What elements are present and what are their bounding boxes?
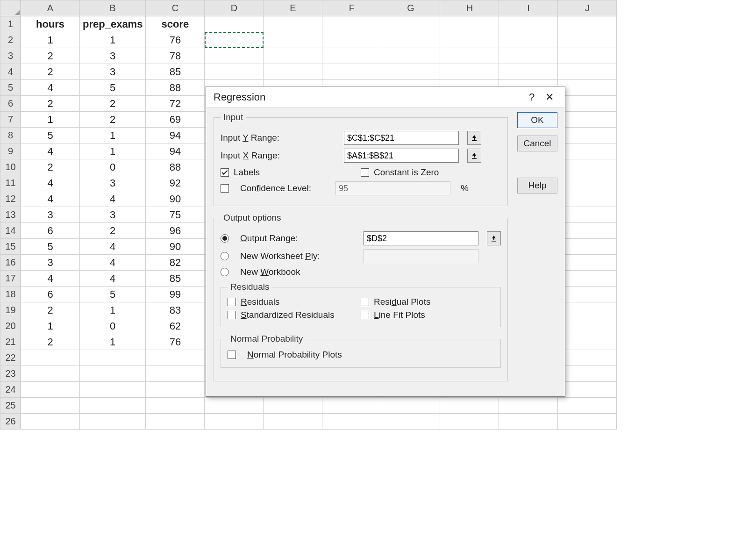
cell-J17[interactable] (558, 271, 617, 287)
column-header-A[interactable]: A (21, 0, 80, 16)
cell-C6[interactable]: 72 (146, 96, 205, 112)
cell-J20[interactable] (558, 318, 617, 334)
cell-J5[interactable] (558, 80, 617, 96)
cell-B18[interactable]: 5 (80, 287, 146, 302)
cell-H26[interactable] (440, 414, 499, 430)
collapse-range-icon[interactable] (487, 231, 501, 245)
standardized-residuals-checkbox[interactable] (228, 311, 236, 319)
cell-C25[interactable] (146, 398, 205, 414)
cell-I1[interactable] (499, 16, 558, 32)
collapse-range-icon[interactable] (467, 149, 481, 163)
labels-checkbox[interactable] (221, 168, 229, 177)
cell-I4[interactable] (499, 64, 558, 80)
cell-I3[interactable] (499, 48, 558, 64)
row-header-25[interactable]: 25 (0, 398, 21, 414)
row-header-23[interactable]: 23 (0, 366, 21, 382)
cell-B7[interactable]: 2 (80, 112, 146, 128)
cell-A25[interactable] (21, 398, 80, 414)
cell-E4[interactable] (264, 64, 322, 80)
cell-F26[interactable] (322, 414, 381, 430)
cell-C5[interactable]: 88 (146, 80, 205, 96)
cell-J19[interactable] (558, 302, 617, 318)
normal-probability-plots-checkbox[interactable] (228, 351, 236, 359)
cell-I2[interactable] (499, 32, 558, 48)
column-header-G[interactable]: G (381, 0, 440, 16)
cell-J1[interactable] (558, 16, 617, 32)
cell-J18[interactable] (558, 287, 617, 302)
cell-H25[interactable] (440, 398, 499, 414)
help-button[interactable]: Help (517, 178, 557, 194)
cell-J22[interactable] (558, 350, 617, 366)
row-header-6[interactable]: 6 (0, 96, 21, 112)
cell-B13[interactable]: 3 (80, 207, 146, 223)
cell-A3[interactable]: 2 (21, 48, 80, 64)
cell-C19[interactable]: 83 (146, 302, 205, 318)
cell-I26[interactable] (499, 414, 558, 430)
row-header-2[interactable]: 2 (0, 32, 21, 48)
line-fit-plots-checkbox[interactable] (361, 311, 369, 319)
cell-A16[interactable]: 3 (21, 255, 80, 271)
cell-J15[interactable] (558, 239, 617, 255)
cell-A19[interactable]: 2 (21, 302, 80, 318)
cell-C21[interactable]: 76 (146, 334, 205, 350)
cell-C8[interactable]: 94 (146, 128, 205, 143)
cell-E26[interactable] (264, 414, 322, 430)
cell-G4[interactable] (381, 64, 440, 80)
cell-B11[interactable]: 3 (80, 175, 146, 191)
cell-J14[interactable] (558, 223, 617, 239)
cell-J9[interactable] (558, 143, 617, 159)
cell-J8[interactable] (558, 128, 617, 143)
row-header-17[interactable]: 17 (0, 271, 21, 287)
cell-A9[interactable]: 4 (21, 143, 80, 159)
new-workbook-radio[interactable] (221, 268, 229, 276)
cell-A17[interactable]: 4 (21, 271, 80, 287)
cell-A14[interactable]: 6 (21, 223, 80, 239)
cell-B8[interactable]: 1 (80, 128, 146, 143)
row-header-16[interactable]: 16 (0, 255, 21, 271)
constant-is-zero-checkbox[interactable] (361, 168, 369, 177)
cell-C23[interactable] (146, 366, 205, 382)
cell-C22[interactable] (146, 350, 205, 366)
cell-B9[interactable]: 1 (80, 143, 146, 159)
cell-D4[interactable] (205, 64, 264, 80)
column-header-F[interactable]: F (322, 0, 381, 16)
row-header-11[interactable]: 11 (0, 175, 21, 191)
cell-H1[interactable] (440, 16, 499, 32)
cell-B4[interactable]: 3 (80, 64, 146, 80)
row-header-26[interactable]: 26 (0, 414, 21, 430)
select-all-corner[interactable] (0, 0, 21, 16)
cancel-button[interactable]: Cancel (517, 136, 557, 151)
cell-J7[interactable] (558, 112, 617, 128)
cell-J24[interactable] (558, 382, 617, 398)
confidence-level-checkbox[interactable] (221, 184, 229, 193)
new-worksheet-ply-field[interactable] (364, 249, 478, 263)
row-header-14[interactable]: 14 (0, 223, 21, 239)
cell-B15[interactable]: 4 (80, 239, 146, 255)
cell-E1[interactable] (264, 16, 322, 32)
cell-F2[interactable] (322, 32, 381, 48)
cell-J4[interactable] (558, 64, 617, 80)
cell-C9[interactable]: 94 (146, 143, 205, 159)
cell-J12[interactable] (558, 191, 617, 207)
cell-J25[interactable] (558, 398, 617, 414)
cell-J2[interactable] (558, 32, 617, 48)
residuals-checkbox[interactable] (228, 298, 236, 306)
cell-A7[interactable]: 1 (21, 112, 80, 128)
cell-C15[interactable]: 90 (146, 239, 205, 255)
cell-C17[interactable]: 85 (146, 271, 205, 287)
cell-C10[interactable]: 88 (146, 159, 205, 175)
row-header-18[interactable]: 18 (0, 287, 21, 302)
row-header-22[interactable]: 22 (0, 350, 21, 366)
row-header-13[interactable]: 13 (0, 207, 21, 223)
column-header-E[interactable]: E (264, 0, 322, 16)
cell-D26[interactable] (205, 414, 264, 430)
cell-F3[interactable] (322, 48, 381, 64)
output-range-radio[interactable] (221, 234, 229, 243)
cell-B26[interactable] (80, 414, 146, 430)
dialog-help-icon[interactable]: ? (523, 91, 541, 103)
cell-E25[interactable] (264, 398, 322, 414)
cell-A26[interactable] (21, 414, 80, 430)
cell-C3[interactable]: 78 (146, 48, 205, 64)
cell-A20[interactable]: 1 (21, 318, 80, 334)
column-header-H[interactable]: H (440, 0, 499, 16)
